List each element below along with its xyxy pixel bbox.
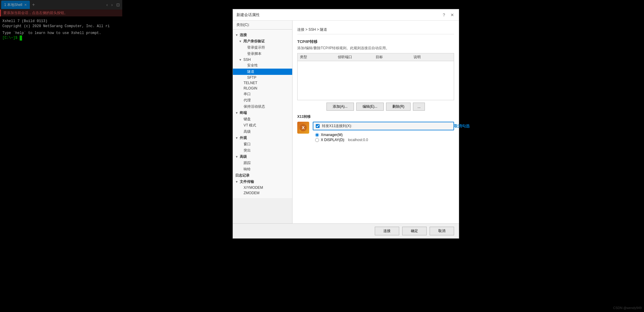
xdisplay-value: localhost:0.0 <box>348 138 368 142</box>
tree-panel: ▼ 连接 ▼ 用户身份验证 登录提示符 登录脚本 ▼ SSH 安全性 隧道 SF… <box>233 30 292 198</box>
expand-ssh: ▼ <box>239 58 242 61</box>
tree-item-serial[interactable]: 串口 <box>233 91 292 97</box>
expand-appearance: ▼ <box>235 136 239 140</box>
col-target: 目标 <box>376 55 414 60</box>
tree-item-trace[interactable]: 跟踪 <box>233 160 292 166</box>
tree-item-proxy[interactable]: 代理 <box>233 97 292 104</box>
xmanager-label[interactable]: Xmanager(M) <box>321 133 343 137</box>
cancel-hint: 取消勾选 <box>454 123 470 129</box>
tunnel-table-actions: 添加(A)... 编辑(E)... 删除(R) ... <box>297 103 454 111</box>
tree-item-window[interactable]: 窗口 <box>233 141 292 147</box>
col-type: 类型 <box>300 55 338 60</box>
tree-item-log[interactable]: 日志记录 <box>233 172 292 179</box>
tunnel-table-body[interactable] <box>298 61 454 100</box>
close-button[interactable]: ✕ <box>449 12 455 18</box>
left-panel: 类别(C): ▼ 连接 ▼ 用户身份验证 登录提示符 登录脚本 ▼ SSH <box>233 21 292 223</box>
help-button[interactable]: ? <box>441 12 447 18</box>
content-panel: 连接 > SSH > 隧道 TCP/IP转移 添加/编辑/删除TCP/IP转移规… <box>292 21 459 223</box>
tree-item-login-prompt[interactable]: 登录提示符 <box>233 44 292 51</box>
tree-item-bell[interactable]: 响铃 <box>233 166 292 172</box>
col-desc: 说明 <box>414 55 451 60</box>
tree-item-sftp[interactable]: SFTP <box>233 75 292 80</box>
x11-forward-row: 转发X11连接到(X): 取消勾选 <box>313 122 454 130</box>
tree-item-terminal[interactable]: ▼ 终端 <box>233 110 292 116</box>
dialog-footer: 连接 确定 取消 <box>233 223 459 238</box>
tree-item-telnet[interactable]: TELNET <box>233 80 292 86</box>
tree-item-user-auth[interactable]: ▼ 用户身份验证 <box>233 38 292 44</box>
ok-button[interactable]: 确定 <box>402 227 427 235</box>
tree-item-ssh[interactable]: ▼ SSH <box>233 57 292 62</box>
tree-item-advanced[interactable]: ▼ 高级 <box>233 154 292 160</box>
tree-item-advanced-terminal[interactable]: 高级 <box>233 129 292 135</box>
svg-text:X: X <box>302 125 305 130</box>
xmanager-icon: X <box>297 122 309 134</box>
delete-button[interactable]: 删除(R) <box>386 103 411 111</box>
tree-item-keepalive[interactable]: 保持活动状态 <box>233 104 292 110</box>
breadcrumb: 连接 > SSH > 隧道 <box>297 25 454 34</box>
tunnel-table: 类型 侦听端口 目标 说明 <box>297 53 454 100</box>
edit-button[interactable]: 编辑(E)... <box>356 103 384 111</box>
tree-item-highlight[interactable]: 突出 <box>233 147 292 154</box>
xmanager-svg: X <box>299 123 307 132</box>
tunnel-table-header: 类型 侦听端口 目标 说明 <box>298 53 454 61</box>
xdisplay-radio[interactable] <box>315 138 319 142</box>
xmanager-radio[interactable] <box>315 133 319 137</box>
expand-advanced: ▼ <box>235 155 239 158</box>
dialog-body: 类别(C): ▼ 连接 ▼ 用户身份验证 登录提示符 登录脚本 ▼ SSH <box>233 21 459 223</box>
tree-item-rlogin[interactable]: RLOGIN <box>233 86 292 91</box>
expand-connect: ▼ <box>235 33 239 37</box>
tree-item-appearance[interactable]: ▼ 外观 <box>233 135 292 141</box>
dialog-controls: ? ✕ <box>441 12 455 18</box>
dialog-title: 新建会话属性 <box>236 12 260 18</box>
tree-item-vt-mode[interactable]: VT 模式 <box>233 122 292 129</box>
forward-x11-label[interactable]: 转发X11连接到(X): <box>322 123 352 129</box>
tree-item-security[interactable]: 安全性 <box>233 62 292 69</box>
x11-title: X11转移 <box>297 114 454 119</box>
tree-item-file-transfer[interactable]: ▼ 文件传输 <box>233 179 292 185</box>
cancel-button[interactable]: 取消 <box>430 227 454 235</box>
add-button[interactable]: 添加(A)... <box>326 103 354 111</box>
tcp-title: TCP/IP转移 <box>297 39 454 44</box>
expand-terminal: ▼ <box>235 111 239 115</box>
xmanager-radio-row: Xmanager(M) <box>313 133 454 137</box>
category-label: 类别(C): <box>233 21 292 30</box>
xdisplay-label[interactable]: X DISPLAY(D): <box>321 138 345 142</box>
x11-inner: X 转发X11连接到(X): 取消勾选 <box>297 122 454 143</box>
tree-item-connect[interactable]: ▼ 连接 <box>233 32 292 38</box>
expand-user-auth: ▼ <box>239 40 242 43</box>
tree-item-tunnel[interactable]: 隧道 <box>233 69 292 75</box>
col-listen: 侦听端口 <box>338 55 376 60</box>
x11-options: 转发X11连接到(X): 取消勾选 Xmanager(M) X DISPLAY(… <box>313 122 454 143</box>
expand-file-transfer: ▼ <box>235 180 239 183</box>
tree-item-login-script[interactable]: 登录脚本 <box>233 51 292 57</box>
x11-section: X11转移 X 转发 <box>297 114 454 143</box>
tree-item-keyboard[interactable]: 键盘 <box>233 116 292 122</box>
tcp-section: TCP/IP转移 添加/编辑/删除TCP/IP转移规则。此规则连接后自动应用。 … <box>297 39 454 111</box>
tree-item-zmodem[interactable]: ZMODEM <box>233 190 292 196</box>
dialog-titlebar: 新建会话属性 ? ✕ <box>233 9 459 21</box>
tree-item-xymodem[interactable]: X/YMODEM <box>233 185 292 190</box>
more-button[interactable]: ... <box>413 103 425 111</box>
forward-x11-checkbox[interactable] <box>316 124 320 128</box>
xdisplay-radio-row: X DISPLAY(D): localhost:0.0 <box>313 138 454 142</box>
new-session-dialog: 新建会话属性 ? ✕ 类别(C): ▼ 连接 ▼ 用户身份验证 登录提示符 <box>233 9 459 239</box>
tcp-desc: 添加/编辑/删除TCP/IP转移规则。此规则连接后自动应用。 <box>297 46 454 51</box>
connect-button[interactable]: 连接 <box>375 227 399 235</box>
